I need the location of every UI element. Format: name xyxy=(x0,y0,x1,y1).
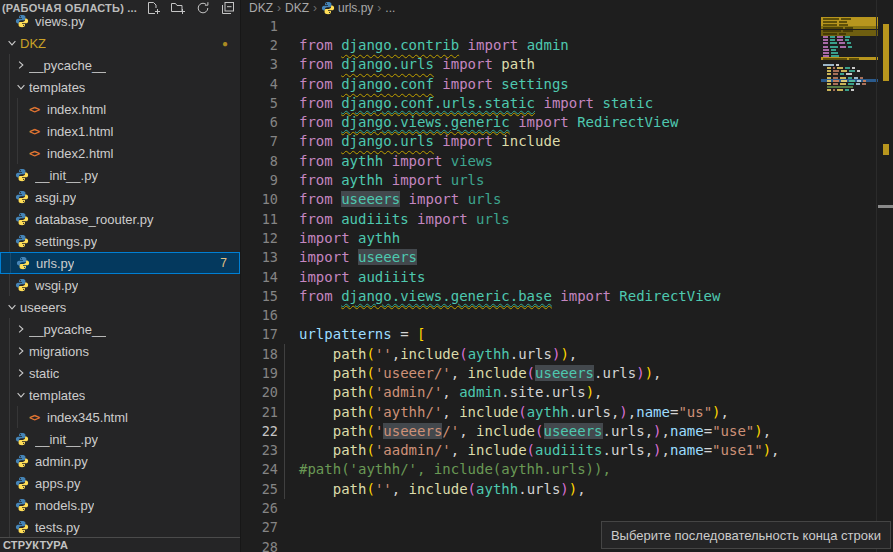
line-number: 2 xyxy=(241,37,278,53)
vscode-window: views.pyDKZ●__pycache__templates<>index.… xyxy=(0,0,893,552)
ruler-mark xyxy=(883,24,889,81)
chevron-down-icon xyxy=(13,79,29,95)
code-line[interactable]: 15from django.views.generic.base import … xyxy=(241,286,821,305)
tree-item-label: __pycache__ xyxy=(29,322,106,337)
python-file-icon xyxy=(15,255,31,271)
code-line[interactable]: 2from django.contrib import admin xyxy=(241,35,821,54)
breadcrumb-item[interactable]: DKZ xyxy=(285,1,309,15)
tree-item-apps-py[interactable]: apps.py xyxy=(0,472,240,494)
code-line[interactable]: 26 xyxy=(241,498,821,517)
code-line[interactable]: 3from django.urls import path xyxy=(241,55,821,74)
tree-item-useeers[interactable]: useeers xyxy=(0,296,240,318)
tree-item-label: models.py xyxy=(35,498,94,513)
code-line[interactable]: 25 path('', include(aythh.urls)), xyxy=(241,479,821,498)
tree-item-migrations[interactable]: migrations xyxy=(0,340,240,362)
breadcrumb-item[interactable]: ... xyxy=(385,1,395,15)
breadcrumb: DKZ›DKZ›urls.py›... xyxy=(249,0,395,16)
code-line[interactable]: 12import aythh xyxy=(241,228,821,247)
tree-item--pycache-[interactable]: __pycache__ xyxy=(0,54,240,76)
line-number: 12 xyxy=(241,230,278,246)
overview-ruler[interactable] xyxy=(876,0,893,552)
code-line[interactable]: 19 path('useeer/', include(useeers.urls)… xyxy=(241,363,821,382)
tree-item-admin-py[interactable]: admin.py xyxy=(0,450,240,472)
breadcrumb-item[interactable]: DKZ xyxy=(249,1,273,15)
line-number: 25 xyxy=(241,481,278,497)
code-line-text: path('admin/', admin.site.urls), xyxy=(299,384,603,400)
tree-item--pycache-[interactable]: __pycache__ xyxy=(0,318,240,340)
code-line[interactable]: 21 path('aythh/', include(aythh.urls,),n… xyxy=(241,402,821,421)
code-line-text: from useeers import urls xyxy=(299,191,501,207)
tree-item-label: DKZ xyxy=(20,36,46,51)
tree-item-urls-py[interactable]: urls.py7 xyxy=(0,252,240,274)
code-line[interactable]: 22 path('useeers/', include(useeers.urls… xyxy=(241,421,821,440)
code-line[interactable]: 13import useeers xyxy=(241,248,821,267)
code-line[interactable]: 1 xyxy=(241,16,821,35)
code-line[interactable]: 14import audiiits xyxy=(241,267,821,286)
tree-item-templates[interactable]: templates xyxy=(0,384,240,406)
code-line[interactable]: 8from aythh import views xyxy=(241,151,821,170)
code-area[interactable]: 12from django.contrib import admin3from … xyxy=(241,16,821,552)
code-line[interactable]: 16 xyxy=(241,305,821,324)
code-line[interactable]: 23 path('aadmin/', include(audiiits.urls… xyxy=(241,441,821,460)
code-line[interactable]: 11from audiiits import urls xyxy=(241,209,821,228)
tree-item--init-py[interactable]: __init__.py xyxy=(0,164,240,186)
refresh-icon[interactable] xyxy=(195,0,211,16)
code-line[interactable]: 20 path('admin/', admin.site.urls), xyxy=(241,383,821,402)
new-file-icon[interactable] xyxy=(145,0,161,16)
minimap[interactable] xyxy=(821,14,878,534)
tree-item-models-py[interactable]: models.py xyxy=(0,494,240,516)
statusbar-tooltip: Выберите последовательность конца строки xyxy=(601,521,891,549)
code-line[interactable]: 17urlpatterns = [ xyxy=(241,325,821,344)
structure-section-header[interactable]: СТРУКТУРА xyxy=(0,537,240,552)
code-line-text: path('useeers/', include(useeers.urls,),… xyxy=(299,423,771,439)
tree-item-asgi-py[interactable]: asgi.py xyxy=(0,186,240,208)
code-line-text: import audiiits xyxy=(299,269,425,285)
tree-item-tests-py[interactable]: tests.py xyxy=(0,516,240,538)
tree-item-label: index2.html xyxy=(47,146,113,161)
code-line[interactable]: 9from aythh import urls xyxy=(241,170,821,189)
tree-item-index-html[interactable]: <>index.html xyxy=(0,98,240,120)
code-line[interactable]: 7from django.urls import include xyxy=(241,132,821,151)
tree-item-index2-html[interactable]: <>index2.html xyxy=(0,142,240,164)
html-file-icon: <> xyxy=(26,101,42,117)
breadcrumb-item[interactable]: urls.py xyxy=(321,1,373,15)
tree-item-wsgi-py[interactable]: wsgi.py xyxy=(0,274,240,296)
explorer-sidebar: views.pyDKZ●__pycache__templates<>index.… xyxy=(0,0,240,552)
tree-item--init-py[interactable]: __init__.py xyxy=(0,428,240,450)
python-file-icon xyxy=(14,431,30,447)
tree-item-index1-html[interactable]: <>index1.html xyxy=(0,120,240,142)
problems-badge: 7 xyxy=(220,256,239,270)
tree-item-database-roouter-py[interactable]: database_roouter.py xyxy=(0,208,240,230)
code-line-text: path('', include(aythh.urls)), xyxy=(299,481,586,497)
code-line-text: path('aadmin/', include(audiiits.urls,),… xyxy=(299,442,780,458)
chevron-right-icon xyxy=(13,57,29,73)
code-line[interactable]: 4from django.conf import settings xyxy=(241,74,821,93)
chevron-down-icon xyxy=(13,387,29,403)
new-folder-icon[interactable] xyxy=(170,0,186,16)
explorer-section-header[interactable]: (РАБОЧАЯ ОБЛАСТЬ) ... xyxy=(0,0,240,15)
tree-item-dkz[interactable]: DKZ● xyxy=(0,32,240,54)
code-line-text: path('useeer/', include(useeers.urls)), xyxy=(299,365,662,381)
tree-item-index345-html[interactable]: <>index345.html xyxy=(0,406,240,428)
tree-item-templates[interactable]: templates xyxy=(0,76,240,98)
line-number: 24 xyxy=(241,461,278,477)
tree-item-label: asgi.py xyxy=(35,190,76,205)
python-file-icon xyxy=(14,475,30,491)
line-number: 10 xyxy=(241,191,278,207)
line-number: 5 xyxy=(241,95,278,111)
tree-item-label: __pycache__ xyxy=(29,58,106,73)
python-file-icon xyxy=(321,1,335,15)
line-number: 28 xyxy=(241,539,278,552)
tree-item-label: static xyxy=(29,366,59,381)
tree-item-static[interactable]: static xyxy=(0,362,240,384)
collapse-all-icon[interactable] xyxy=(220,0,236,16)
tree-item-settings-py[interactable]: settings.py xyxy=(0,230,240,252)
code-line-text: import useeers xyxy=(299,249,417,265)
code-line[interactable]: 24#path('aythh/', include(aythh.urls)), xyxy=(241,460,821,479)
code-line[interactable]: 18 path('',include(aythh.urls)), xyxy=(241,344,821,363)
line-number: 15 xyxy=(241,288,278,304)
code-line[interactable]: 6from django.views.generic import Redire… xyxy=(241,112,821,131)
chevron-right-icon xyxy=(13,343,29,359)
code-line[interactable]: 10from useeers import urls xyxy=(241,190,821,209)
code-line[interactable]: 5from django.conf.urls.static import sta… xyxy=(241,93,821,112)
